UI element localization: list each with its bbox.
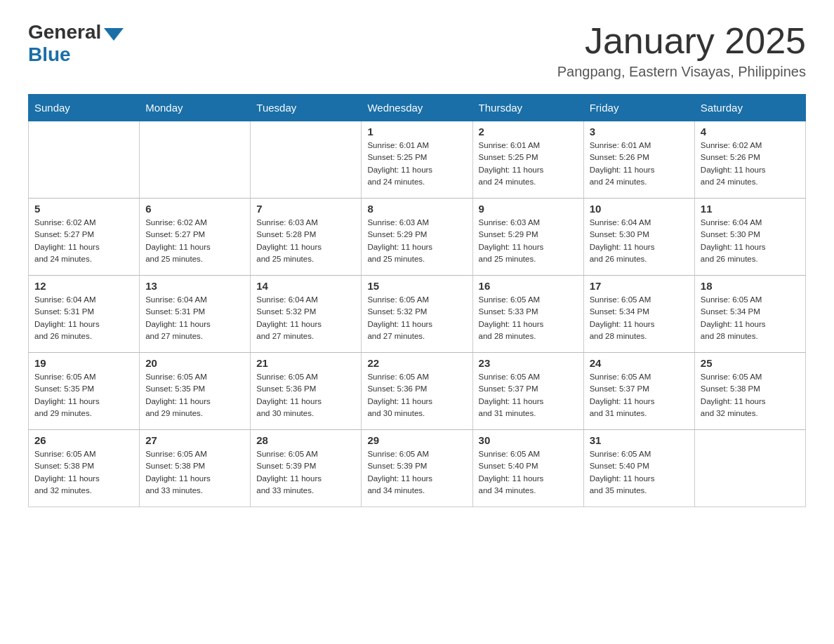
day-info: Sunrise: 6:01 AM Sunset: 5:25 PM Dayligh…: [479, 140, 578, 188]
calendar-weekday-header: Saturday: [694, 95, 805, 121]
day-number: 30: [479, 434, 578, 446]
day-info: Sunrise: 6:03 AM Sunset: 5:29 PM Dayligh…: [479, 217, 578, 265]
day-info: Sunrise: 6:05 AM Sunset: 5:40 PM Dayligh…: [479, 448, 578, 497]
day-number: 15: [367, 280, 466, 292]
day-info: Sunrise: 6:05 AM Sunset: 5:39 PM Dayligh…: [256, 448, 355, 497]
calendar-table: SundayMondayTuesdayWednesdayThursdayFrid…: [28, 94, 806, 507]
day-info: Sunrise: 6:05 AM Sunset: 5:40 PM Dayligh…: [590, 448, 689, 497]
day-number: 4: [701, 126, 800, 137]
calendar-day-cell: [694, 430, 805, 507]
calendar-day-cell: 27Sunrise: 6:05 AM Sunset: 5:38 PM Dayli…: [140, 430, 251, 507]
day-info: Sunrise: 6:04 AM Sunset: 5:30 PM Dayligh…: [701, 217, 800, 265]
calendar-day-cell: 9Sunrise: 6:03 AM Sunset: 5:29 PM Daylig…: [472, 199, 583, 276]
calendar-day-cell: 26Sunrise: 6:05 AM Sunset: 5:38 PM Dayli…: [29, 430, 140, 507]
calendar-day-cell: 23Sunrise: 6:05 AM Sunset: 5:37 PM Dayli…: [472, 353, 583, 430]
day-number: 19: [34, 357, 133, 369]
calendar-day-cell: 5Sunrise: 6:02 AM Sunset: 5:27 PM Daylig…: [29, 199, 140, 276]
calendar-day-cell: [29, 121, 140, 199]
calendar-day-cell: 12Sunrise: 6:04 AM Sunset: 5:31 PM Dayli…: [29, 276, 140, 353]
day-info: Sunrise: 6:05 AM Sunset: 5:37 PM Dayligh…: [590, 371, 689, 420]
day-number: 12: [34, 280, 133, 292]
calendar-week-row: 5Sunrise: 6:02 AM Sunset: 5:27 PM Daylig…: [29, 199, 806, 276]
calendar-day-cell: 8Sunrise: 6:03 AM Sunset: 5:29 PM Daylig…: [362, 199, 472, 276]
logo: General Blue: [28, 21, 124, 66]
day-number: 21: [256, 357, 355, 369]
day-number: 18: [701, 280, 800, 292]
day-info: Sunrise: 6:04 AM Sunset: 5:30 PM Dayligh…: [590, 217, 689, 265]
calendar-day-cell: 15Sunrise: 6:05 AM Sunset: 5:32 PM Dayli…: [362, 276, 472, 353]
day-number: 20: [145, 357, 244, 369]
day-number: 1: [367, 126, 466, 137]
logo-triangle-icon: [104, 28, 124, 41]
day-info: Sunrise: 6:03 AM Sunset: 5:29 PM Dayligh…: [367, 217, 466, 265]
day-info: Sunrise: 6:05 AM Sunset: 5:38 PM Dayligh…: [34, 448, 133, 497]
day-number: 6: [145, 203, 244, 215]
calendar-weekday-header: Wednesday: [362, 95, 472, 121]
month-title: January 2025: [557, 21, 806, 61]
day-info: Sunrise: 6:01 AM Sunset: 5:25 PM Dayligh…: [367, 140, 466, 188]
day-number: 25: [701, 357, 800, 369]
calendar-day-cell: [140, 121, 251, 199]
calendar-day-cell: 14Sunrise: 6:04 AM Sunset: 5:32 PM Dayli…: [251, 276, 362, 353]
calendar-day-cell: 24Sunrise: 6:05 AM Sunset: 5:37 PM Dayli…: [583, 353, 694, 430]
day-info: Sunrise: 6:05 AM Sunset: 5:35 PM Dayligh…: [145, 371, 244, 420]
page-header: General Blue January 2025 Pangpang, East…: [28, 21, 806, 80]
day-info: Sunrise: 6:03 AM Sunset: 5:28 PM Dayligh…: [256, 217, 355, 265]
day-number: 17: [590, 280, 689, 292]
calendar-day-cell: 29Sunrise: 6:05 AM Sunset: 5:39 PM Dayli…: [362, 430, 472, 507]
day-info: Sunrise: 6:04 AM Sunset: 5:31 PM Dayligh…: [34, 294, 133, 342]
calendar-day-cell: 1Sunrise: 6:01 AM Sunset: 5:25 PM Daylig…: [362, 121, 472, 199]
calendar-day-cell: 20Sunrise: 6:05 AM Sunset: 5:35 PM Dayli…: [140, 353, 251, 430]
day-info: Sunrise: 6:05 AM Sunset: 5:33 PM Dayligh…: [479, 294, 578, 342]
day-number: 26: [34, 434, 133, 446]
day-number: 7: [256, 203, 355, 215]
day-number: 16: [479, 280, 578, 292]
day-info: Sunrise: 6:04 AM Sunset: 5:31 PM Dayligh…: [145, 294, 244, 342]
day-number: 9: [479, 203, 578, 215]
day-info: Sunrise: 6:04 AM Sunset: 5:32 PM Dayligh…: [256, 294, 355, 342]
day-info: Sunrise: 6:05 AM Sunset: 5:38 PM Dayligh…: [701, 371, 800, 420]
day-number: 29: [367, 434, 466, 446]
day-number: 14: [256, 280, 355, 292]
calendar-day-cell: [251, 121, 362, 199]
day-info: Sunrise: 6:05 AM Sunset: 5:34 PM Dayligh…: [701, 294, 800, 342]
day-info: Sunrise: 6:05 AM Sunset: 5:36 PM Dayligh…: [367, 371, 466, 420]
day-info: Sunrise: 6:05 AM Sunset: 5:37 PM Dayligh…: [479, 371, 578, 420]
calendar-day-cell: 6Sunrise: 6:02 AM Sunset: 5:27 PM Daylig…: [140, 199, 251, 276]
calendar-day-cell: 30Sunrise: 6:05 AM Sunset: 5:40 PM Dayli…: [472, 430, 583, 507]
day-number: 10: [590, 203, 689, 215]
day-info: Sunrise: 6:02 AM Sunset: 5:27 PM Dayligh…: [34, 217, 133, 265]
calendar-day-cell: 19Sunrise: 6:05 AM Sunset: 5:35 PM Dayli…: [29, 353, 140, 430]
day-info: Sunrise: 6:05 AM Sunset: 5:32 PM Dayligh…: [367, 294, 466, 342]
calendar-day-cell: 21Sunrise: 6:05 AM Sunset: 5:36 PM Dayli…: [251, 353, 362, 430]
day-number: 28: [256, 434, 355, 446]
calendar-day-cell: 22Sunrise: 6:05 AM Sunset: 5:36 PM Dayli…: [362, 353, 472, 430]
day-info: Sunrise: 6:05 AM Sunset: 5:34 PM Dayligh…: [590, 294, 689, 342]
calendar-week-row: 1Sunrise: 6:01 AM Sunset: 5:25 PM Daylig…: [29, 121, 806, 199]
calendar-day-cell: 4Sunrise: 6:02 AM Sunset: 5:26 PM Daylig…: [694, 121, 805, 199]
calendar-day-cell: 18Sunrise: 6:05 AM Sunset: 5:34 PM Dayli…: [694, 276, 805, 353]
logo-blue-text: Blue: [28, 43, 71, 66]
day-number: 11: [701, 203, 800, 215]
day-number: 13: [145, 280, 244, 292]
day-number: 22: [367, 357, 466, 369]
calendar-day-cell: 25Sunrise: 6:05 AM Sunset: 5:38 PM Dayli…: [694, 353, 805, 430]
calendar-header-row: SundayMondayTuesdayWednesdayThursdayFrid…: [29, 95, 806, 121]
day-number: 23: [479, 357, 578, 369]
day-number: 3: [590, 126, 689, 137]
calendar-weekday-header: Monday: [140, 95, 251, 121]
calendar-day-cell: 31Sunrise: 6:05 AM Sunset: 5:40 PM Dayli…: [583, 430, 694, 507]
day-info: Sunrise: 6:02 AM Sunset: 5:27 PM Dayligh…: [145, 217, 244, 265]
calendar-day-cell: 28Sunrise: 6:05 AM Sunset: 5:39 PM Dayli…: [251, 430, 362, 507]
calendar-weekday-header: Thursday: [472, 95, 583, 121]
day-number: 8: [367, 203, 466, 215]
calendar-day-cell: 17Sunrise: 6:05 AM Sunset: 5:34 PM Dayli…: [583, 276, 694, 353]
day-number: 24: [590, 357, 689, 369]
calendar-weekday-header: Tuesday: [251, 95, 362, 121]
calendar-day-cell: 16Sunrise: 6:05 AM Sunset: 5:33 PM Dayli…: [472, 276, 583, 353]
day-info: Sunrise: 6:02 AM Sunset: 5:26 PM Dayligh…: [701, 140, 800, 188]
calendar-day-cell: 7Sunrise: 6:03 AM Sunset: 5:28 PM Daylig…: [251, 199, 362, 276]
day-number: 2: [479, 126, 578, 137]
day-info: Sunrise: 6:05 AM Sunset: 5:36 PM Dayligh…: [256, 371, 355, 420]
day-info: Sunrise: 6:05 AM Sunset: 5:35 PM Dayligh…: [34, 371, 133, 420]
